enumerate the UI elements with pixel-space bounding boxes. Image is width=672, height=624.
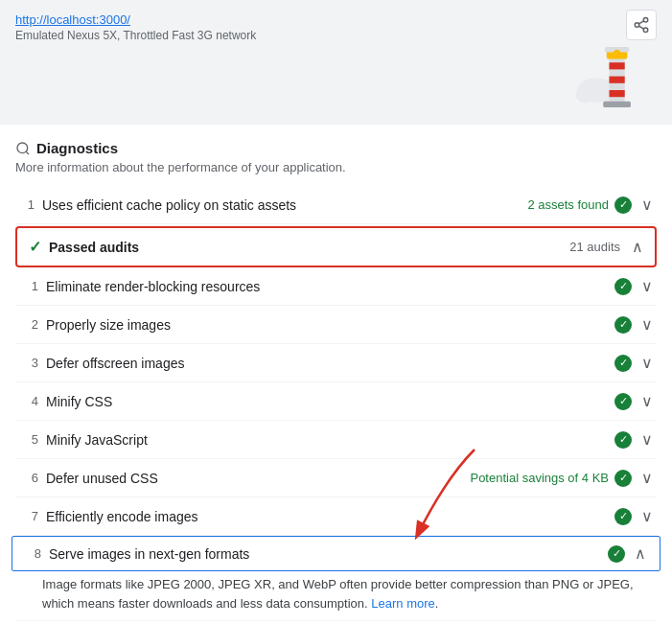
passed-check-icon: ✓: [29, 238, 41, 256]
share-button[interactable]: [626, 10, 657, 40]
item-right-1: 2 assets found ✓ ∨: [527, 196, 657, 214]
audit-right-5: ✓ ∨: [614, 430, 657, 449]
audit-check-5: ✓: [614, 431, 632, 449]
passed-audits-count: 21 audits: [569, 240, 620, 254]
audit-chevron-6[interactable]: ∨: [637, 469, 657, 487]
audit-num-7: 7: [19, 509, 38, 523]
audit-row-2: 2 Properly size images ✓ ∨: [15, 306, 657, 344]
audit-right-1: ✓ ∨: [614, 277, 657, 295]
audit-label-2: Properly size images: [46, 317, 607, 333]
audit-chevron-5[interactable]: ∨: [637, 430, 657, 449]
svg-rect-11: [610, 90, 625, 97]
audit-right-8: ✓ ∧: [608, 544, 650, 563]
main-content: Diagnostics More information about the p…: [0, 125, 672, 624]
audit-row-5: 5 Minify JavaScript ✓ ∨: [15, 421, 657, 459]
audit-label-8: Serve images in next-gen formats: [49, 546, 600, 562]
audit-label-4: Minify CSS: [46, 394, 607, 409]
passed-audits-header[interactable]: ✓ Passed audits 21 audits ∧: [15, 226, 657, 267]
audit-chevron-4[interactable]: ∨: [637, 392, 657, 410]
passed-audits-chevron[interactable]: ∧: [632, 238, 643, 256]
audit-label-6: Defer unused CSS: [46, 471, 462, 486]
header: http://localhost:3000/ Emulated Nexus 5X…: [0, 0, 672, 125]
diagnostics-title: Diagnostics: [36, 140, 118, 156]
header-subtitle: Emulated Nexus 5X, Throttled Fast 3G net…: [15, 29, 657, 42]
audit-check-3: ✓: [614, 355, 632, 372]
item-label-1: Uses efficient cache policy on static as…: [42, 197, 520, 213]
audit-row-8-container: 8 Serve images in next-gen formats ✓ ∧: [15, 536, 657, 571]
audit-savings-6: Potential savings of 4 KB: [470, 471, 609, 485]
check-icon-1: ✓: [614, 196, 632, 214]
diagnostics-section-header: Diagnostics: [15, 140, 657, 156]
audit-check-4: ✓: [614, 393, 632, 410]
svg-rect-9: [610, 62, 625, 69]
audit-check-2: ✓: [614, 316, 632, 334]
audit-right-2: ✓ ∨: [614, 315, 657, 334]
header-url[interactable]: http://localhost:3000/: [15, 12, 130, 27]
chevron-1[interactable]: ∨: [637, 196, 657, 214]
audit-row-6: 6 Defer unused CSS Potential savings of …: [15, 459, 657, 497]
audit-row-1: 1 Eliminate render-blocking resources ✓ …: [15, 267, 657, 306]
audit-check-6: ✓: [614, 470, 632, 487]
audit-num-2: 2: [19, 317, 38, 332]
audit-row-7: 7 Efficiently encode images ✓ ∨: [15, 497, 657, 536]
svg-rect-10: [610, 77, 625, 83]
audit-8-description: Image formats like JPEG 2000, JPEG XR, a…: [15, 571, 657, 621]
audit-label-3: Defer offscreen images: [46, 356, 607, 371]
audit-right-6: Potential savings of 4 KB ✓ ∨: [470, 469, 657, 487]
svg-line-4: [638, 21, 643, 24]
svg-point-16: [17, 143, 28, 153]
share-icon: [633, 16, 650, 34]
audit-chevron-8[interactable]: ∧: [631, 544, 650, 563]
audit-num-3: 3: [19, 356, 38, 370]
audit-chevron-7[interactable]: ∨: [637, 507, 657, 525]
svg-line-3: [638, 26, 643, 29]
lighthouse-logo: [570, 38, 657, 125]
audit-check-7: ✓: [614, 508, 632, 525]
audit-right-7: ✓ ∨: [614, 507, 657, 525]
audit-right-3: ✓ ∨: [614, 354, 657, 372]
audit-row-3: 3 Defer offscreen images ✓ ∨: [15, 344, 657, 382]
audit-chevron-2[interactable]: ∨: [637, 315, 657, 334]
audit-num-6: 6: [19, 471, 38, 485]
audit-chevron-3[interactable]: ∨: [637, 354, 657, 372]
svg-point-6: [575, 86, 596, 104]
diagnostics-item-1: 1 Uses efficient cache policy on static …: [15, 186, 657, 224]
item-meta-1: 2 assets found: [527, 197, 609, 212]
audit-num-1: 1: [19, 279, 38, 293]
svg-line-17: [26, 151, 29, 154]
learn-more-link[interactable]: Learn more: [371, 596, 434, 611]
item-num-1: 1: [15, 197, 35, 212]
audit-row-8: 8 Serve images in next-gen formats ✓ ∧: [12, 536, 660, 571]
audit-num-8: 8: [22, 546, 41, 561]
audit-label-5: Minify JavaScript: [46, 432, 607, 448]
passed-audits-label: Passed audits: [49, 240, 562, 255]
audit-8-desc-text: Image formats like JPEG 2000, JPEG XR, a…: [42, 577, 634, 611]
svg-point-14: [614, 50, 620, 57]
audit-row-4: 4 Minify CSS ✓ ∨: [15, 382, 657, 421]
audit-right-4: ✓ ∨: [614, 392, 657, 410]
audit-chevron-1[interactable]: ∨: [637, 277, 657, 295]
audit-label-7: Efficiently encode images: [46, 509, 607, 524]
audit-label-1: Eliminate render-blocking resources: [46, 279, 607, 294]
audit-num-4: 4: [19, 394, 38, 408]
search-icon: [15, 141, 31, 156]
audit-check-1: ✓: [614, 278, 632, 295]
svg-rect-15: [603, 102, 631, 107]
diagnostics-desc: More information about the performance o…: [15, 160, 657, 174]
audit-check-8: ✓: [608, 545, 625, 563]
audit-num-5: 5: [19, 432, 38, 447]
